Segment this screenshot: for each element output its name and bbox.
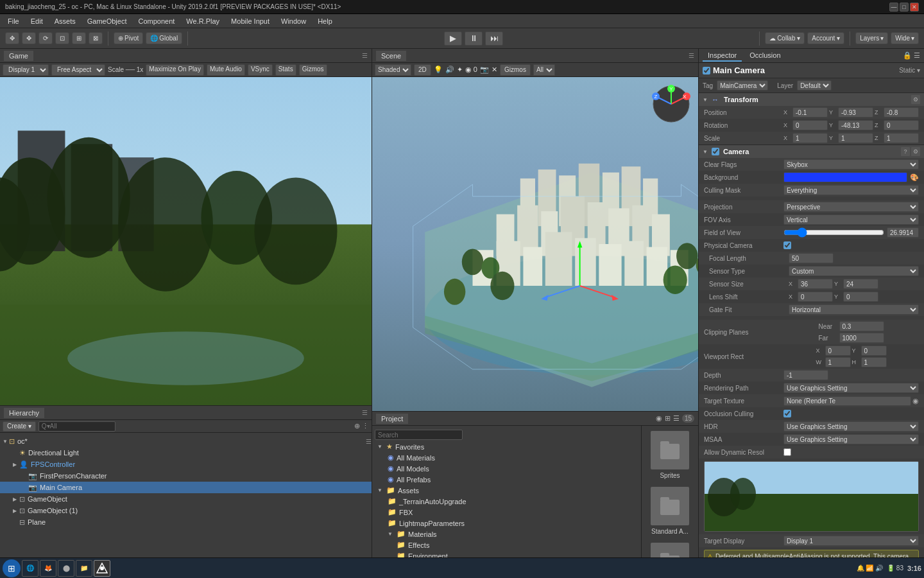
occlusion-culling-checkbox[interactable] [783, 410, 791, 417]
pt-effects[interactable]: 📁 Effects [372, 539, 641, 550]
scene-gizmo[interactable]: X Y Z [651, 83, 692, 125]
object-enabled-checkbox[interactable] [703, 67, 710, 74]
project-tab[interactable]: Project [376, 414, 408, 424]
pos-z-input[interactable] [884, 107, 919, 118]
pivot-button[interactable]: ⊕ Pivot [114, 32, 143, 44]
focal-length-input[interactable] [789, 253, 834, 263]
rot-z-input[interactable] [884, 120, 919, 130]
lens-x-input[interactable] [798, 292, 833, 302]
shading-select[interactable]: Shaded [375, 64, 411, 76]
scene-fx-icon[interactable]: ✦ [457, 66, 463, 74]
close-button[interactable]: ✕ [910, 3, 919, 12]
layer-select[interactable]: Default [797, 80, 832, 91]
hierarchy-icon-btn-2[interactable]: ⋮ [362, 422, 369, 430]
gizmos-scene-btn[interactable]: Gizmos [500, 64, 531, 76]
tool-move[interactable]: ✥ [22, 32, 36, 44]
hierarchy-icon-btn-1[interactable]: ⊕ [354, 422, 360, 430]
scl-x-input[interactable] [792, 133, 828, 143]
minimize-button[interactable]: — [889, 3, 898, 12]
hdr-select[interactable]: Use Graphics Setting [783, 421, 919, 432]
layout-button[interactable]: Wide ▾ [891, 32, 919, 44]
menu-assets[interactable]: Assets [49, 16, 81, 26]
rot-y-input[interactable] [838, 120, 873, 130]
hierarchy-item-fpc[interactable]: 📷 FirstPersonCharacter [0, 470, 372, 482]
taskbar-chrome[interactable]: ⬤ [58, 560, 74, 577]
tool-rect[interactable]: ⊞ [72, 32, 86, 44]
pt-materials[interactable]: ▼ 📁 Materials [372, 529, 641, 539]
inspector-tab[interactable]: Inspector [703, 50, 742, 62]
dynamic-resolution-checkbox[interactable] [783, 448, 791, 456]
pos-x-input[interactable] [792, 107, 828, 118]
vp-x-input[interactable] [825, 346, 851, 356]
scene-x-btn[interactable]: ✕ [492, 66, 497, 74]
menu-component[interactable]: Component [133, 16, 180, 26]
lens-y-input[interactable] [843, 292, 878, 302]
collab-button[interactable]: ☁ Collab ▾ [765, 32, 805, 44]
tool-scale[interactable]: ⊡ [55, 32, 69, 44]
project-search-input[interactable] [375, 430, 463, 440]
tag-select[interactable]: MainCamera [717, 80, 768, 91]
msaa-select[interactable]: Use Graphics Setting [783, 434, 919, 444]
background-eyedropper[interactable]: 🎨 [910, 173, 919, 182]
rot-x-input[interactable] [792, 120, 828, 130]
account-button[interactable]: Account ▾ [807, 32, 844, 44]
transform-header[interactable]: ▼ ↔ Transform ⚙ [699, 93, 924, 106]
menu-file[interactable]: File [3, 16, 24, 26]
step-button[interactable]: ⏭ [485, 31, 503, 46]
pt-assets[interactable]: ▼ 📁 Assets [372, 485, 641, 496]
depth-input[interactable] [783, 370, 828, 380]
taskbar-ie[interactable]: 🌐 [22, 560, 38, 577]
transform-settings-btn[interactable]: ⚙ [911, 95, 920, 104]
menu-edit[interactable]: Edit [26, 16, 48, 26]
project-icon-3[interactable]: ☰ [673, 414, 680, 423]
project-icon-1[interactable]: ◉ [656, 414, 662, 423]
sensor-x-input[interactable] [798, 279, 833, 289]
hierarchy-item-plane[interactable]: ⊟ Plane [0, 516, 372, 528]
sensor-y-input[interactable] [843, 279, 878, 289]
culling-mask-select[interactable]: Everything [783, 185, 919, 195]
inspector-lock-icon[interactable]: 🔒 [903, 51, 912, 60]
pause-button[interactable]: ⏸ [465, 31, 483, 46]
hierarchy-search-input[interactable] [38, 421, 116, 432]
hierarchy-item-main-camera[interactable]: 📷 Main Camera [0, 482, 372, 493]
oc-menu[interactable]: ☰ [366, 438, 372, 445]
hierarchy-create-button[interactable]: Create ▾ [3, 421, 36, 432]
hierarchy-item-fps[interactable]: ▶ 👤 FPSController [0, 459, 372, 470]
sensor-type-select[interactable]: Custom [789, 266, 919, 276]
pt-favorites[interactable]: ▼ ★ Favorites [372, 441, 641, 452]
start-button[interactable]: ⊞ [3, 559, 21, 577]
static-label[interactable]: Static ▾ [899, 67, 920, 74]
fov-slider[interactable] [783, 229, 884, 236]
tool-transform[interactable]: ⊠ [89, 32, 103, 44]
camera-ref-btn[interactable]: ? [901, 147, 910, 156]
game-menu-icon[interactable]: ☰ [362, 52, 368, 59]
fov-axis-select[interactable]: Vertical [783, 215, 919, 225]
far-input[interactable] [839, 333, 884, 343]
scene-audio-icon[interactable]: 🔊 [445, 66, 454, 74]
asset-standard[interactable]: Standard A... [644, 484, 696, 538]
vsync-btn[interactable]: VSync [248, 64, 273, 76]
occlusion-tab[interactable]: Occlusion [744, 50, 785, 62]
tool-rotate[interactable]: ⟳ [38, 32, 53, 44]
camera-header[interactable]: ▼ Camera ? ⚙ [699, 145, 924, 158]
near-input[interactable] [839, 321, 884, 331]
scene-menu-icon[interactable]: ☰ [689, 52, 694, 59]
maximize-play-btn[interactable]: Maximize On Play [146, 64, 204, 76]
scene-cam-icon[interactable]: 📷 [480, 66, 489, 74]
play-button[interactable]: ▶ [444, 31, 462, 46]
asset-sprites[interactable]: Sprites [644, 428, 696, 482]
hierarchy-item-directional-light[interactable]: ☀ Directional Light [0, 447, 372, 459]
pt-lightmap[interactable]: 📁 LightmapParameters [372, 518, 641, 529]
mute-audio-btn[interactable]: Mute Audio [207, 64, 245, 76]
vp-y-input[interactable] [861, 346, 887, 356]
background-color-swatch[interactable] [783, 172, 907, 182]
taskbar-firefox[interactable]: 🦊 [40, 560, 56, 577]
pt-fbx[interactable]: 📁 FBX [372, 507, 641, 518]
project-icon-2[interactable]: ⊞ [665, 414, 671, 423]
menu-weRplay[interactable]: We.R.Play [181, 16, 225, 26]
camera-settings-btn[interactable]: ⚙ [911, 147, 920, 156]
scene-light-icon[interactable]: 💡 [434, 66, 443, 74]
target-display-select[interactable]: Display 1 [783, 536, 919, 546]
display-select[interactable]: Display 1 [3, 64, 49, 76]
hierarchy-menu-icon[interactable]: ☰ [362, 409, 368, 416]
